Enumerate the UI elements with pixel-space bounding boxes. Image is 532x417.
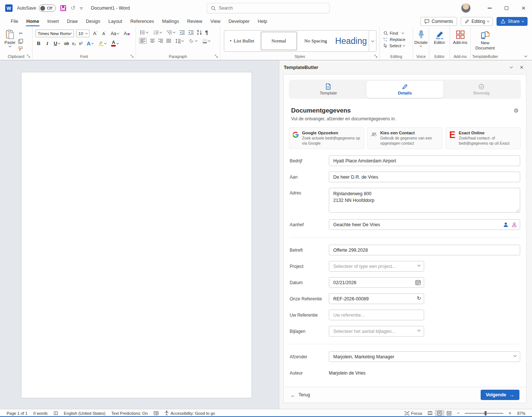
font-name-combobox[interactable]: Times New Roman [35,30,74,37]
zoom-slider-knob[interactable] [485,411,487,416]
bedrijf-input[interactable] [329,155,520,166]
styles-gallery-more-icon[interactable] [369,31,376,51]
highlight-color-button[interactable] [98,40,108,47]
pane-options-icon[interactable] [506,63,516,72]
tab-file[interactable]: File [7,16,22,27]
tab-review[interactable]: Review [183,16,207,27]
read-mode-button[interactable] [425,410,435,417]
shrink-font-icon[interactable]: Aˇ [101,31,108,36]
superscript-button[interactable]: x² [79,41,82,46]
text-predictions[interactable]: Text Predictions: On [108,411,150,416]
web-layout-button[interactable] [444,410,454,417]
calendar-icon[interactable] [415,280,421,285]
tab-view[interactable]: View [207,16,225,27]
cut-icon[interactable]: ✂ [18,31,23,36]
next-button[interactable]: Volgende → [481,390,519,400]
focus-mode-button[interactable]: Focus [402,411,425,416]
maximize-button[interactable] [498,0,515,16]
back-button[interactable]: ← Terug [290,392,310,398]
document-page[interactable] [21,72,252,398]
subscript-button[interactable]: x₂ [72,41,76,46]
change-case-icon[interactable]: Aa [110,30,120,37]
numbered-list-icon[interactable]: 123 [153,30,163,35]
style-normal[interactable]: Normal [261,32,297,50]
tab-developer[interactable]: Developer [224,16,253,27]
increase-indent-icon[interactable] [188,30,194,35]
font-dialog-launcher[interactable] [130,55,134,58]
minimize-button[interactable] [481,0,498,16]
bold-button[interactable]: B [35,41,42,46]
tab-references[interactable]: References [126,16,158,27]
resize-handle-icon[interactable] [516,209,519,212]
tab-help[interactable]: Help [253,16,271,27]
multilevel-list-icon[interactable] [166,30,176,35]
step-bevestig[interactable]: Bevestig [443,81,520,98]
italic-button[interactable]: I [45,41,50,46]
print-layout-button[interactable] [435,410,444,417]
bijlagen-select[interactable] [329,326,424,337]
style-heading[interactable]: Heading [333,31,369,51]
underline-button[interactable]: U [52,40,61,47]
share-button[interactable]: Share [497,17,528,26]
paste-button[interactable]: Paste [4,30,15,52]
predictions-icon[interactable] [151,411,161,416]
editor-button[interactable]: Editor [429,30,450,45]
aan-input[interactable] [329,172,520,182]
tab-insert[interactable]: Insert [43,16,63,27]
format-painter-icon[interactable] [18,46,23,52]
sort-icon[interactable]: AZ [197,30,202,35]
male-salutation-icon[interactable] [503,222,508,227]
tab-home[interactable]: Home [22,16,43,27]
word-count[interactable]: 0 words [30,411,51,416]
replace-button[interactable]: bc Replace [383,37,413,42]
bullet-list-icon[interactable] [139,30,149,35]
save-icon[interactable] [60,5,66,11]
borders-icon[interactable] [201,38,211,44]
dictate-button[interactable]: Dictate [413,30,429,46]
new-document-button[interactable]: New Document [471,30,499,51]
adres-textarea[interactable]: Rijnlanderweg 800 2132 NN Hoofddorp [329,188,520,213]
proofing-icon[interactable] [51,411,61,416]
pane-close-icon[interactable]: × [516,63,527,72]
align-right-icon[interactable] [158,39,163,43]
settings-gear-icon[interactable]: ⚙ [514,107,519,114]
page-indicator[interactable]: Page 1 of 1 [4,411,30,416]
select-button[interactable]: Select [383,44,413,48]
google-lookup-card[interactable]: Google Opzoeken Zoek actuele bedrijfsgeg… [289,127,364,149]
find-button[interactable]: Find [383,31,413,35]
style-no-spacing[interactable]: No Spacing [298,31,334,51]
paragraph-dialog-launcher[interactable] [215,55,218,58]
zoom-slider[interactable] [465,413,503,414]
style-list-bullet[interactable]: •List Bullet [224,31,260,51]
font-size-combobox[interactable]: 10 [76,30,89,37]
user-avatar[interactable] [461,3,471,13]
decrease-indent-icon[interactable] [180,30,185,35]
clear-formatting-icon[interactable]: A [122,31,131,36]
collapse-ribbon-icon[interactable] [524,54,527,57]
shading-icon[interactable] [188,38,198,44]
project-select[interactable] [329,261,424,272]
contact-picker-card[interactable]: Kies een Contact Gebruik de gegevens van… [367,127,443,149]
exact-online-card[interactable]: E Exact Online Zoek/haal contact- of bed… [446,127,521,149]
copy-icon[interactable] [18,39,23,44]
onze-referentie-input[interactable] [329,293,424,304]
text-effects-button[interactable]: A [85,39,94,47]
align-center-icon[interactable] [150,39,155,43]
align-left-icon[interactable] [139,38,147,44]
uw-referentie-input[interactable] [329,310,424,320]
show-formatting-icon[interactable]: ¶ [205,30,208,35]
step-template[interactable]: Template [290,81,366,98]
editing-mode-button[interactable]: Editing [461,17,493,26]
tab-design[interactable]: Design [82,16,104,27]
zoom-level[interactable]: 87% [514,411,528,416]
styles-dialog-launcher[interactable] [374,55,378,58]
female-salutation-icon[interactable] [512,222,517,227]
tab-draw[interactable]: Draw [63,16,82,27]
font-color-button[interactable]: A [110,39,120,47]
refresh-icon[interactable]: ↻ [417,295,421,301]
justify-icon[interactable] [166,39,171,43]
customize-quick-access-icon[interactable] [80,7,83,9]
close-button[interactable]: × [515,0,532,16]
addins-button[interactable]: Add-ins [450,30,470,45]
strikethrough-button[interactable]: ab [64,41,69,46]
